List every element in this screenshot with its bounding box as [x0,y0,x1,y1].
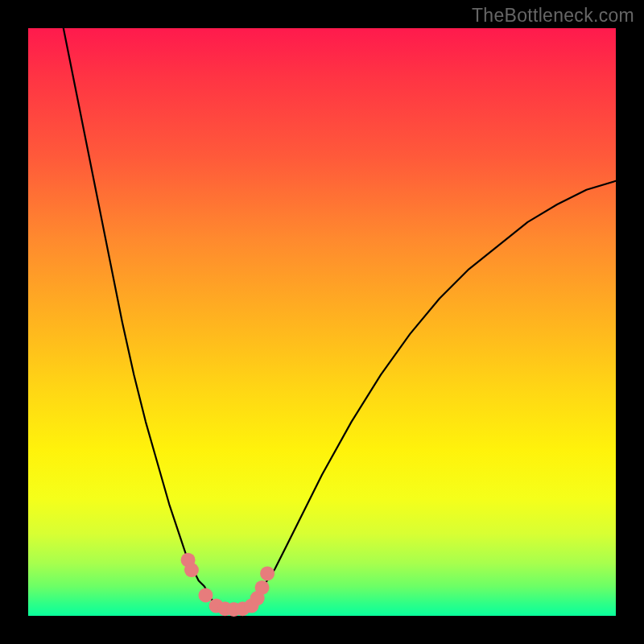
svg-point-10 [260,566,275,580]
plot-area [28,28,616,616]
svg-point-2 [198,588,213,602]
watermark-text: TheBottleneck.com [472,5,634,27]
bottleneck-curve [64,28,616,610]
valley-markers [181,553,275,617]
svg-point-9 [255,580,270,595]
chart-frame: TheBottleneck.com [0,0,644,644]
curve-layer [28,28,616,616]
svg-point-1 [184,563,199,577]
